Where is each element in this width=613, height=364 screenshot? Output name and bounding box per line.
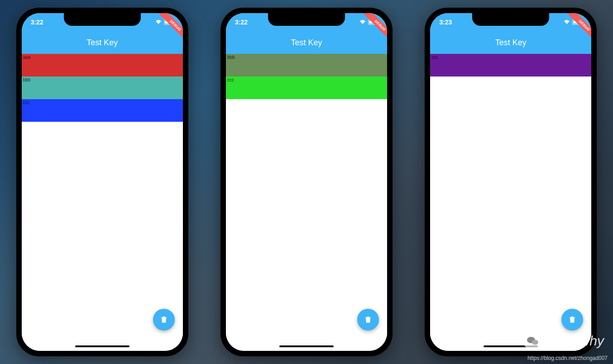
home-indicator[interactable] — [75, 345, 129, 347]
phone-screen-3: DEBUG 3:23 Test Key ccc — [430, 13, 591, 351]
phone-screen-1: DEBUG 3:22 Test Key aaa bbb ccc — [22, 13, 183, 351]
row-label: bbb — [23, 77, 31, 82]
app-title: Test Key — [86, 38, 118, 48]
app-title: Test Key — [495, 38, 527, 48]
delete-fab[interactable] — [153, 309, 175, 330]
phone-frame-3: DEBUG 3:23 Test Key ccc — [425, 8, 597, 356]
wifi-icon — [359, 19, 366, 25]
trash-icon — [364, 315, 373, 324]
app-bar: Test Key — [430, 31, 591, 54]
notch — [64, 13, 141, 26]
notch — [472, 13, 549, 26]
list-item[interactable]: aaa — [22, 54, 183, 77]
row-label: ccc — [227, 77, 234, 82]
list-item[interactable]: bbb — [226, 54, 387, 77]
home-indicator[interactable] — [279, 345, 334, 347]
svg-point-10 — [532, 340, 538, 345]
content-area: ccc — [430, 54, 591, 351]
phone-frame-1: DEBUG 3:22 Test Key aaa bbb ccc — [16, 8, 188, 356]
status-time: 3:22 — [235, 19, 248, 26]
delete-fab[interactable] — [561, 309, 583, 330]
row-label: ccc — [23, 100, 30, 105]
app-bar: Test Key — [226, 31, 387, 54]
row-label: aaa — [23, 55, 31, 60]
watermark-text: coderwhy — [546, 333, 604, 349]
status-time: 3:22 — [31, 19, 43, 26]
phone-frame-2: DEBUG 3:22 Test Key bbb ccc — [220, 8, 393, 356]
list-item[interactable]: ccc — [226, 77, 387, 99]
status-time: 3:23 — [439, 19, 452, 26]
content-area: aaa bbb ccc — [22, 54, 183, 351]
app-title: Test Key — [291, 38, 322, 48]
wechat-icon — [523, 331, 542, 350]
row-label: ccc — [431, 55, 438, 60]
watermark: coderwhy — [523, 331, 604, 350]
notch — [268, 13, 345, 26]
trash-icon — [159, 315, 168, 324]
source-url: https://blog.csdn.net/zhongad007 — [527, 355, 608, 361]
content-area: bbb ccc — [226, 54, 387, 351]
row-label: bbb — [227, 55, 235, 60]
list-item[interactable]: ccc — [430, 54, 591, 77]
delete-fab[interactable] — [357, 309, 379, 330]
wifi-icon — [155, 19, 162, 25]
list-item[interactable]: bbb — [22, 77, 183, 99]
list-item[interactable]: ccc — [22, 99, 183, 122]
wifi-icon — [563, 19, 570, 25]
trash-icon — [568, 315, 577, 324]
phone-screen-2: DEBUG 3:22 Test Key bbb ccc — [226, 13, 387, 351]
app-bar: Test Key — [22, 31, 183, 54]
